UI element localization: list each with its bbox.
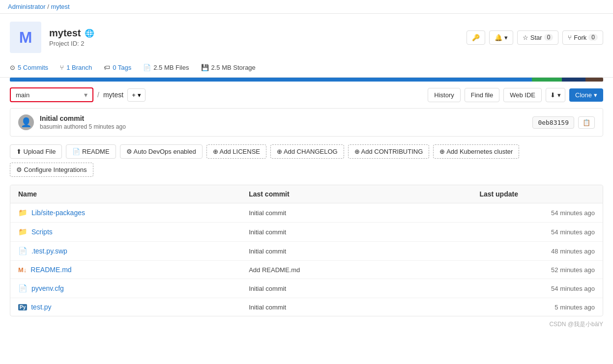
language-progress-bar <box>10 78 603 82</box>
project-header-left: M mytest 🌐 Project ID: 2 <box>10 22 94 53</box>
storage-stat: 💾 2.5 MB Storage <box>201 64 256 71</box>
progress-segment-4 <box>585 78 603 82</box>
col-commit: Last commit <box>249 190 479 198</box>
clone-label: Clone <box>575 91 592 99</box>
file-name-cell: 📁 Scripts <box>18 227 249 236</box>
breadcrumb-project[interactable]: mytest <box>51 3 69 10</box>
file-link[interactable]: pyvenv.cfg <box>31 284 64 292</box>
files-stat: 📄 2.5 MB Files <box>143 64 189 71</box>
add-changelog-button[interactable]: ⊕ Add CHANGELOG <box>270 144 344 159</box>
chevron-down-icon: ▾ <box>84 91 88 99</box>
file-time-cell: 48 minutes ago <box>479 248 595 255</box>
file-commit-cell: Initial commit <box>249 285 479 292</box>
file-rows: 📁 Lib/site-packages Initial commit 54 mi… <box>10 203 603 316</box>
download-icon: ⬇ <box>550 91 555 99</box>
progress-segment-3 <box>562 78 585 82</box>
copy-sha-button[interactable]: 📋 <box>578 116 595 129</box>
chevron-down-icon: ▾ <box>504 34 508 41</box>
table-row: 📁 Lib/site-packages Initial commit 54 mi… <box>10 203 603 223</box>
progress-segment-1 <box>10 78 532 82</box>
table-row: 📄 pyvenv.cfg Initial commit 54 minutes a… <box>10 279 603 298</box>
project-header: M mytest 🌐 Project ID: 2 🔑 🔔 ▾ ☆ Star 0 … <box>0 14 613 61</box>
branches-link[interactable]: 1 Branch <box>66 64 92 71</box>
fork-button[interactable]: ⑂ Fork 0 <box>562 30 603 45</box>
fork-label: Fork <box>574 34 586 41</box>
fork-count: 0 <box>588 34 598 41</box>
tag-icon: 🏷 <box>104 64 110 71</box>
tags-link[interactable]: 0 Tags <box>113 64 131 71</box>
download-chevron: ▾ <box>557 91 561 99</box>
file-name-cell: 📁 Lib/site-packages <box>18 208 249 217</box>
clone-button[interactable]: Clone ▾ <box>569 88 603 102</box>
file-link[interactable]: Lib/site-packages <box>31 209 85 217</box>
project-id: Project ID: 2 <box>49 40 94 47</box>
web-ide-button[interactable]: Web IDE <box>503 88 542 102</box>
table-row: M↓ README.md Add README.md 52 minutes ag… <box>10 261 603 279</box>
table-row: Py test.py Initial commit 5 minutes ago <box>10 298 603 316</box>
file-link[interactable]: Scripts <box>31 228 53 236</box>
add-k8s-button[interactable]: ⊕ Add Kubernetes cluster <box>433 144 519 159</box>
avatar: 👤 <box>18 114 34 130</box>
file-commit-cell: Initial commit <box>249 228 479 236</box>
markdown-icon: M↓ <box>18 266 27 274</box>
file-table: Name Last commit Last update 📁 Lib/site-… <box>10 185 603 316</box>
add-contributing-button[interactable]: ⊕ Add CONTRIBUTING <box>348 144 430 159</box>
notification-button[interactable]: 🔔 ▾ <box>489 30 513 45</box>
folder-icon: 📁 <box>18 227 28 236</box>
commits-link[interactable]: 5 Commits <box>18 64 48 71</box>
file-link[interactable]: README.md <box>30 266 71 274</box>
download-button[interactable]: ⬇ ▾ <box>546 88 565 102</box>
globe-icon: 🌐 <box>85 28 94 38</box>
col-name: Name <box>18 190 249 198</box>
file-table-header: Name Last commit Last update <box>10 185 603 203</box>
path-separator: / <box>97 91 99 99</box>
find-file-button[interactable]: Find file <box>465 88 500 102</box>
file-time-cell: 5 minutes ago <box>479 304 595 311</box>
file-time-cell: 54 minutes ago <box>479 209 595 217</box>
star-icon: ☆ <box>523 34 528 41</box>
commit-details: Initial commit basumin authored 5 minute… <box>40 114 126 130</box>
file-icon: 📄 <box>18 247 28 255</box>
commit-info-left: 👤 Initial commit basumin authored 5 minu… <box>18 114 126 130</box>
project-name-row: mytest 🌐 <box>49 28 94 39</box>
add-new-button[interactable]: + ▾ <box>127 88 146 102</box>
file-time-cell: 52 minutes ago <box>479 266 595 274</box>
commit-title[interactable]: Initial commit <box>40 114 126 122</box>
watermark: CSDN @我是小bāiY <box>0 316 613 333</box>
commits-icon: ⊙ <box>10 64 15 71</box>
action-buttons-row: ⬆ Upload File📄 README⚙ Auto DevOps enabl… <box>10 144 603 177</box>
plus-icon: + <box>132 91 136 99</box>
file-commit-cell: Add README.md <box>249 266 479 274</box>
file-link[interactable]: test.py <box>31 303 51 311</box>
add-btn-chevron: ▾ <box>138 91 141 99</box>
branch-selector[interactable]: main ▾ <box>10 87 93 102</box>
auto-devops-button[interactable]: ⚙ Auto DevOps enabled <box>120 144 203 159</box>
key-button[interactable]: 🔑 <box>467 30 485 45</box>
history-button[interactable]: History <box>428 88 460 102</box>
commit-hash[interactable]: 0eb83159 <box>532 116 574 129</box>
commit-authored: authored <box>64 123 89 130</box>
commit-meta: basumin authored 5 minutes ago <box>40 123 126 130</box>
breadcrumb-admin[interactable]: Administrator <box>8 3 46 10</box>
branch-icon: ⑂ <box>60 64 64 71</box>
configure-integrations-button[interactable]: ⚙ Configure Integrations <box>10 163 93 177</box>
file-icon: 📄 <box>18 284 28 293</box>
clone-chevron: ▾ <box>594 91 597 99</box>
file-time-cell: 54 minutes ago <box>479 228 595 236</box>
tags-stat: 🏷 0 Tags <box>104 64 131 71</box>
branches-stat: ⑂ 1 Branch <box>60 64 92 71</box>
files-icon: 📄 <box>143 64 151 71</box>
star-button[interactable]: ☆ Star 0 <box>517 30 559 45</box>
readme-button[interactable]: 📄 README <box>66 144 116 159</box>
commit-info-bar: 👤 Initial commit basumin authored 5 minu… <box>10 108 603 137</box>
branch-name: main <box>16 91 29 99</box>
star-count: 0 <box>544 34 554 41</box>
repo-toolbar-left: main ▾ / mytest + ▾ <box>10 87 146 102</box>
commit-author: basumin <box>40 123 62 130</box>
table-row: 📄 .test.py.swp Initial commit 48 minutes… <box>10 242 603 261</box>
upload-file-button[interactable]: ⬆ Upload File <box>10 144 62 159</box>
file-commit-cell: Initial commit <box>249 304 479 311</box>
add-license-button[interactable]: ⊕ Add LICENSE <box>206 144 266 159</box>
file-link[interactable]: .test.py.swp <box>31 247 67 255</box>
star-label: Star <box>530 34 542 41</box>
